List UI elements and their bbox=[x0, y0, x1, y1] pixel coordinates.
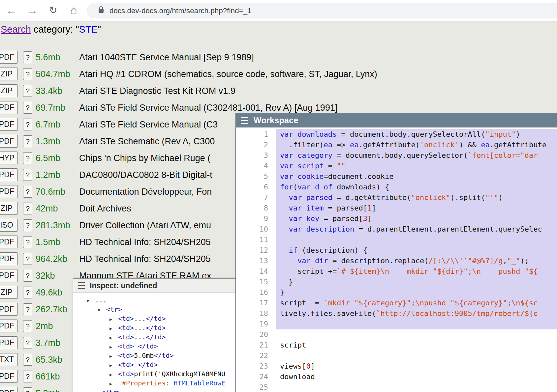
help-button[interactable]: ? bbox=[23, 354, 32, 366]
code-text[interactable] bbox=[276, 235, 557, 245]
help-button[interactable]: ? bbox=[23, 337, 32, 349]
refresh-icon[interactable]: ↻ bbox=[46, 0, 60, 21]
code-line[interactable]: 19 bbox=[236, 319, 557, 329]
code-text[interactable] bbox=[276, 350, 557, 361]
code-line[interactable]: 7 var parsed = d.getAttribute("onclick")… bbox=[236, 192, 557, 203]
code-text[interactable]: var cookie=document.cookie bbox=[276, 171, 557, 182]
forward-icon[interactable]: → bbox=[26, 0, 39, 21]
help-button[interactable]: ? bbox=[23, 236, 32, 248]
code-line[interactable]: 15 } bbox=[236, 277, 557, 287]
tree-node[interactable]: ▶<td>...</td> bbox=[73, 332, 236, 342]
code-line[interactable]: 8 var item = parsed[1] bbox=[236, 203, 557, 213]
help-button[interactable]: ? bbox=[23, 68, 32, 80]
file-type-badge[interactable]: HYP bbox=[0, 152, 18, 164]
collapsed-arrow-icon[interactable]: ▶ bbox=[109, 379, 118, 388]
code-text[interactable]: .filter(ea => ea.getAttribute('onclick')… bbox=[276, 140, 557, 150]
help-button[interactable]: ? bbox=[23, 219, 32, 231]
file-type-badge[interactable]: PDF bbox=[0, 320, 18, 332]
code-line[interactable]: 11 bbox=[236, 235, 557, 245]
file-type-badge[interactable]: PDF bbox=[0, 168, 18, 181]
file-type-badge[interactable]: PDF bbox=[0, 303, 18, 316]
tree-node[interactable]: ▼<tr> bbox=[73, 305, 236, 314]
file-type-badge[interactable]: PDF bbox=[0, 336, 18, 349]
code-line[interactable]: 2 .filter(ea => ea.getAttribute('onclick… bbox=[236, 140, 557, 150]
help-button[interactable]: ? bbox=[23, 186, 32, 198]
help-button[interactable]: ? bbox=[23, 102, 32, 114]
file-type-badge[interactable]: PDF bbox=[0, 101, 18, 114]
file-type-badge[interactable]: ZIP bbox=[0, 68, 18, 80]
code-line[interactable]: 23views[0] bbox=[236, 361, 557, 372]
code-line[interactable]: 20 bbox=[236, 329, 557, 340]
help-button[interactable]: ? bbox=[23, 371, 32, 382]
code-text[interactable]: var downloads = document.body.querySelec… bbox=[276, 129, 557, 140]
code-line[interactable]: 9 var key = parsed[3] bbox=[236, 213, 557, 224]
help-button[interactable]: ? bbox=[23, 169, 32, 181]
file-type-badge[interactable]: TXT bbox=[0, 353, 18, 366]
tree-node[interactable]: ▶<td> </td> bbox=[73, 342, 236, 351]
tree-node[interactable]: ▼... bbox=[73, 295, 236, 305]
help-button[interactable]: ? bbox=[23, 152, 32, 164]
code-text[interactable]: var key = parsed[3] bbox=[276, 213, 557, 224]
file-type-badge[interactable]: ZIP bbox=[0, 84, 18, 97]
code-text[interactable]: download bbox=[276, 372, 557, 382]
tree-node[interactable]: ▶<td>print('QXRhcmkgMTA0MFNU bbox=[73, 369, 236, 378]
code-editor[interactable]: 1var downloads = document.body.querySele… bbox=[236, 127, 557, 392]
code-text[interactable]: var dir = description.replace(/[:\/\\'`"… bbox=[276, 256, 557, 266]
collapsed-arrow-icon[interactable]: ▶ bbox=[109, 315, 118, 324]
collapsed-arrow-icon[interactable]: ▶ bbox=[109, 342, 118, 351]
help-button[interactable]: ? bbox=[23, 203, 32, 214]
code-line[interactable]: 14 script +=`# ${item}\n mkdir "${dir}";… bbox=[236, 266, 557, 277]
code-line[interactable]: 4var script = "" bbox=[236, 161, 557, 171]
code-line[interactable]: 18lively.files.saveFile(`http://localhos… bbox=[236, 308, 557, 319]
help-button[interactable]: ? bbox=[23, 303, 32, 315]
back-icon[interactable]: ← bbox=[5, 0, 18, 21]
file-type-badge[interactable]: ZIP bbox=[0, 202, 18, 215]
code-line[interactable]: 16} bbox=[236, 287, 557, 298]
file-type-badge[interactable]: PDF bbox=[0, 118, 18, 131]
inspector-tree[interactable]: ▼...▼<tr>▶<td>...</td>▶<td>...</td>▶<td>… bbox=[73, 293, 236, 392]
code-text[interactable]: var parsed = d.getAttribute("onclick").s… bbox=[276, 192, 557, 203]
menu-icon[interactable] bbox=[241, 117, 248, 124]
code-text[interactable]: } bbox=[276, 287, 557, 298]
code-line[interactable]: 6for(var d of downloads) { bbox=[236, 182, 557, 192]
help-button[interactable]: ? bbox=[23, 135, 32, 147]
expanded-arrow-icon[interactable]: ▼ bbox=[86, 296, 95, 305]
menu-icon[interactable] bbox=[78, 282, 85, 289]
expanded-arrow-icon[interactable]: ▼ bbox=[98, 305, 106, 315]
file-type-badge[interactable]: PDF bbox=[0, 252, 18, 265]
tree-node[interactable]: </tr> bbox=[73, 388, 236, 392]
file-type-badge[interactable]: ZIP bbox=[0, 286, 18, 299]
code-text[interactable]: for(var d of downloads) { bbox=[276, 182, 557, 192]
code-text[interactable]: script = `mkdir "${category}";\npushd "$… bbox=[276, 298, 557, 308]
file-type-badge[interactable]: PDF bbox=[0, 135, 18, 148]
code-text[interactable]: var script = "" bbox=[276, 161, 557, 171]
code-line[interactable]: 25 bbox=[236, 382, 557, 392]
file-type-badge[interactable]: PDF bbox=[0, 236, 18, 248]
file-type-badge[interactable]: PDF bbox=[0, 370, 18, 383]
file-type-badge[interactable]: PDF bbox=[0, 51, 18, 64]
code-text[interactable]: views[0] bbox=[276, 361, 557, 372]
code-line[interactable]: 17script = `mkdir "${category}";\npushd … bbox=[236, 298, 557, 308]
code-text[interactable]: var item = parsed[1] bbox=[276, 203, 557, 213]
code-text[interactable] bbox=[276, 319, 557, 329]
collapsed-arrow-icon[interactable]: ▶ bbox=[109, 361, 118, 370]
help-button[interactable]: ? bbox=[23, 320, 32, 332]
collapsed-arrow-icon[interactable]: ▶ bbox=[109, 324, 118, 333]
file-type-badge[interactable]: PDF bbox=[0, 185, 18, 198]
inspector-titlebar[interactable]: Inspect: undefined bbox=[73, 279, 236, 293]
code-text[interactable]: var category = document.body.querySelect… bbox=[276, 150, 557, 161]
url-bar[interactable]: docs.dev-docs.org/htm/search.php?find=_1 bbox=[87, 3, 557, 18]
code-line[interactable]: 24download bbox=[236, 372, 557, 382]
home-icon[interactable]: ⌂ bbox=[67, 0, 80, 21]
tree-node[interactable]: ▶<td>5.6mb</td> bbox=[73, 351, 236, 360]
collapsed-arrow-icon[interactable]: ▶ bbox=[109, 370, 118, 379]
code-line[interactable]: 5var cookie=document.cookie bbox=[236, 171, 557, 182]
code-line[interactable]: 13 var dir = description.replace(/[:\/\\… bbox=[236, 256, 557, 266]
code-text[interactable]: } bbox=[276, 277, 557, 287]
search-link[interactable]: Search bbox=[1, 24, 31, 35]
tree-node[interactable]: ▶<td> </td> bbox=[73, 360, 236, 369]
code-line[interactable]: 21script bbox=[236, 340, 557, 350]
code-line[interactable]: 12 if (description) { bbox=[236, 245, 557, 256]
help-button[interactable]: ? bbox=[23, 119, 32, 130]
code-line[interactable]: 1var downloads = document.body.querySele… bbox=[236, 129, 557, 140]
